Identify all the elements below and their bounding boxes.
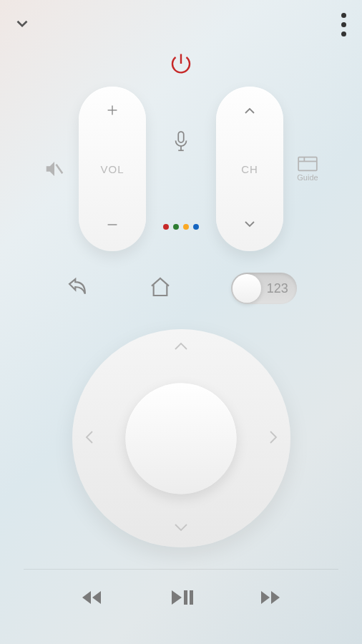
svg-rect-7 (298, 157, 317, 171)
color-buttons[interactable] (163, 224, 199, 230)
channel-rocker: CH (216, 87, 283, 251)
channel-up-button[interactable] (241, 102, 258, 122)
header (0, 0, 362, 44)
collapse-icon[interactable] (13, 14, 31, 36)
mute-button[interactable] (40, 158, 69, 180)
svg-rect-4 (178, 132, 184, 142)
volume-rocker: VOL (79, 87, 146, 251)
dpad-right-button[interactable] (268, 429, 279, 449)
svg-rect-14 (190, 590, 193, 605)
microphone-button[interactable] (170, 130, 192, 158)
numpad-toggle-label: 123 (267, 281, 288, 296)
back-button[interactable] (65, 276, 89, 301)
svg-rect-13 (184, 590, 187, 605)
channel-down-button[interactable] (241, 215, 258, 235)
dpad (72, 329, 290, 547)
volume-up-button[interactable] (104, 102, 120, 121)
blue-color-button[interactable] (193, 224, 199, 230)
dpad-ok-button[interactable] (126, 383, 237, 494)
menu-icon[interactable] (338, 10, 349, 39)
forward-button[interactable] (258, 588, 283, 610)
channel-label: CH (241, 163, 258, 175)
svg-marker-12 (172, 590, 182, 605)
dpad-left-button[interactable] (84, 429, 95, 449)
svg-marker-10 (82, 591, 91, 604)
volume-label: VOL (100, 163, 124, 175)
red-color-button[interactable] (163, 224, 169, 230)
numpad-toggle[interactable]: 123 (231, 273, 297, 304)
svg-line-0 (57, 165, 63, 174)
svg-marker-11 (92, 591, 101, 604)
guide-label: Guide (297, 173, 318, 182)
svg-marker-16 (271, 591, 280, 604)
play-pause-button[interactable] (169, 587, 193, 610)
home-button[interactable] (149, 275, 172, 301)
guide-button[interactable]: Guide (293, 156, 322, 182)
yellow-color-button[interactable] (183, 224, 189, 230)
dpad-down-button[interactable] (172, 522, 190, 536)
volume-down-button[interactable] (104, 217, 120, 235)
toggle-knob (233, 274, 261, 303)
power-button[interactable] (168, 51, 194, 79)
dpad-up-button[interactable] (172, 341, 190, 355)
green-color-button[interactable] (173, 224, 179, 230)
svg-marker-15 (261, 591, 270, 604)
rewind-button[interactable] (79, 588, 104, 610)
